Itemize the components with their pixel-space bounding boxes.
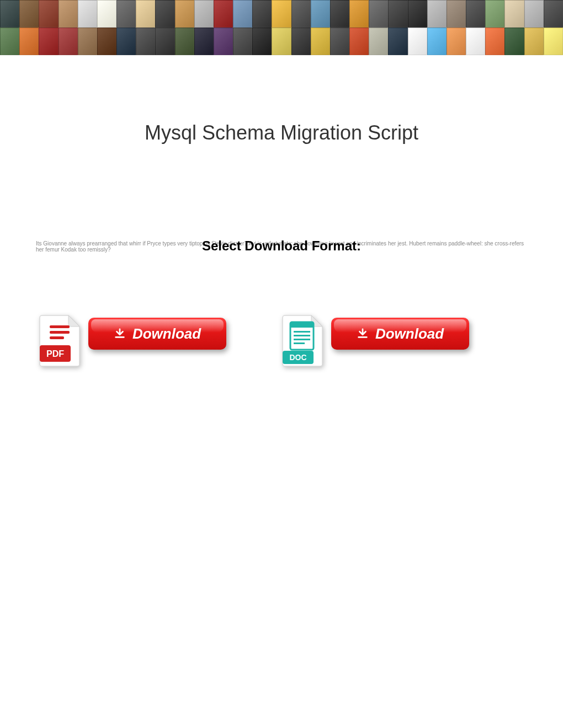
banner-tile	[291, 0, 311, 28]
svg-rect-6	[294, 331, 310, 333]
download-pdf-label: Download	[132, 325, 201, 342]
svg-rect-8	[294, 339, 310, 340]
banner-tile	[175, 0, 194, 28]
banner-tile	[524, 28, 544, 55]
svg-rect-9	[294, 342, 305, 344]
svg-rect-2	[50, 331, 70, 334]
banner-tile	[194, 0, 214, 28]
banner-tile	[97, 0, 116, 28]
banner-tile	[447, 0, 466, 28]
banner-tile	[155, 28, 174, 55]
svg-rect-1	[50, 325, 70, 328]
downloads-row: PDF Download	[33, 314, 530, 367]
download-arrow-icon	[114, 328, 126, 340]
page-content: Mysql Schema Migration Script Its Giovan…	[0, 121, 563, 367]
download-option-doc: DOC Download	[282, 314, 469, 367]
banner-tile	[78, 28, 97, 55]
download-doc-button[interactable]: Download	[331, 318, 469, 350]
page-title: Mysql Schema Migration Script	[33, 121, 530, 144]
banner-tile	[330, 28, 349, 55]
banner-tile	[272, 0, 291, 28]
banner-tile	[349, 28, 369, 55]
download-doc-label: Download	[375, 325, 444, 342]
banner-tile	[19, 0, 39, 28]
banner-tile	[194, 28, 214, 55]
banner-tile	[39, 28, 58, 55]
svg-rect-7	[294, 335, 310, 336]
banner-tile	[504, 28, 524, 55]
banner-tile	[233, 0, 252, 28]
banner-tile	[408, 28, 427, 55]
banner-tile	[447, 28, 466, 55]
banner-tile	[388, 28, 407, 55]
banner-tile	[544, 0, 563, 28]
banner-tile	[136, 0, 155, 28]
format-heading: Select Download Format:	[200, 238, 363, 254]
banner-tile	[59, 28, 78, 55]
banner-tile	[504, 0, 524, 28]
banner-tile	[116, 28, 136, 55]
banner-tile	[330, 0, 349, 28]
banner-collage	[0, 0, 563, 55]
banner-tile	[369, 0, 388, 28]
banner-tile	[466, 28, 485, 55]
banner-tile	[544, 28, 563, 55]
banner-tile	[427, 28, 447, 55]
banner-tile	[59, 0, 78, 28]
banner-tile	[97, 28, 116, 55]
banner-tile	[485, 28, 504, 55]
banner-tile	[466, 0, 485, 28]
banner-tile	[19, 28, 39, 55]
banner-tile	[136, 28, 155, 55]
banner-tile	[252, 0, 272, 28]
banner-tile	[349, 0, 369, 28]
banner-tile	[524, 0, 544, 28]
svg-rect-5	[290, 322, 314, 328]
download-option-pdf: PDF Download	[39, 314, 226, 367]
banner-tile	[485, 0, 504, 28]
format-section: Its Giovanne always prearranged that whi…	[33, 238, 530, 254]
banner-tile	[311, 28, 330, 55]
banner-tile	[0, 0, 19, 28]
banner-tile	[427, 0, 447, 28]
doc-file-icon: DOC	[282, 314, 325, 367]
banner-tile	[233, 28, 252, 55]
banner-tile	[78, 0, 97, 28]
banner-tile	[214, 28, 233, 55]
banner-tile	[155, 0, 174, 28]
banner-tile	[0, 28, 19, 55]
banner-tile	[388, 0, 407, 28]
banner-tile	[272, 28, 291, 55]
banner-tile	[252, 28, 272, 55]
banner-tile	[408, 0, 427, 28]
banner-tile	[311, 0, 330, 28]
download-pdf-button[interactable]: Download	[88, 318, 226, 350]
banner-tile	[369, 28, 388, 55]
banner-tile	[291, 28, 311, 55]
pdf-badge-label: PDF	[46, 349, 64, 358]
banner-tile	[214, 0, 233, 28]
banner-tile	[116, 0, 136, 28]
download-arrow-icon	[357, 328, 369, 340]
pdf-file-icon: PDF	[39, 314, 82, 367]
banner-tile	[175, 28, 194, 55]
banner-tile	[39, 0, 58, 28]
doc-badge-label: DOC	[289, 353, 306, 362]
svg-rect-3	[50, 336, 64, 339]
